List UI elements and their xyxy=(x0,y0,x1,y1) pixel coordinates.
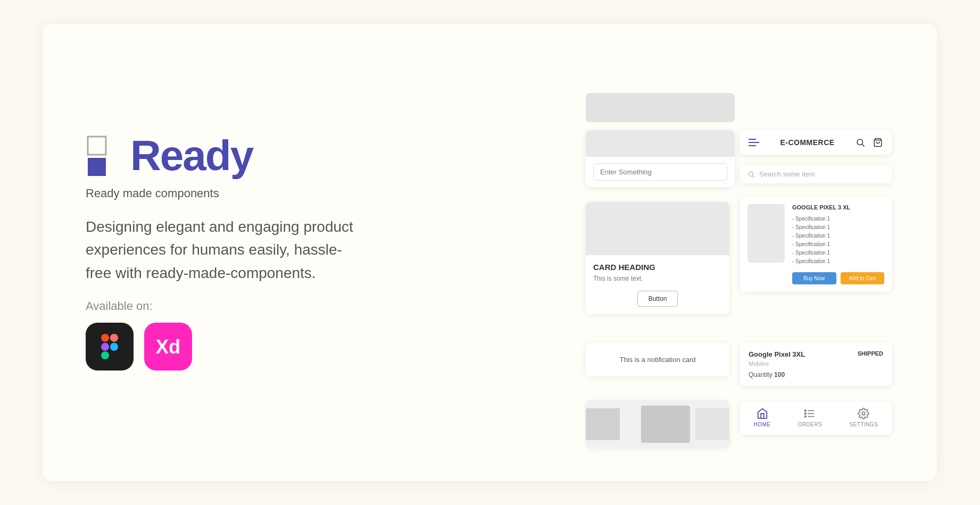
card-image xyxy=(586,202,729,255)
nav-item-settings[interactable]: SETTINGS xyxy=(849,408,878,427)
card-button[interactable]: Button xyxy=(637,291,678,307)
product-specs: - Specification 1 - Specification 1 - Sp… xyxy=(792,215,884,266)
order-product-name: Google Pixel 3XL xyxy=(749,350,805,358)
navbar-component xyxy=(586,130,735,187)
card-body: CARD HEADING This is some text. Button xyxy=(586,255,729,314)
order-status: SHIPPED xyxy=(858,350,883,357)
add-to-cart-button[interactable]: Add to Cart xyxy=(841,272,885,284)
search-small-icon xyxy=(748,171,755,178)
spec-2: - Specification 1 xyxy=(792,223,884,232)
logo-area: Ready xyxy=(86,134,405,177)
svg-rect-1 xyxy=(88,158,106,176)
navbar-top-bar xyxy=(586,130,735,157)
svg-point-16 xyxy=(805,410,807,411)
card-component: CARD HEADING This is some text. Button xyxy=(586,202,729,314)
card-text: This is some text. xyxy=(593,275,722,282)
order-header: Google Pixel 3XL SHIPPED xyxy=(749,350,883,358)
ecommerce-navbar: E-COMMERCE xyxy=(740,130,892,155)
image-thumb-1 xyxy=(586,408,620,440)
tagline: Ready made components xyxy=(86,187,405,200)
product-card: GOOGLE PIXEL 3 XL - Specification 1 - Sp… xyxy=(740,197,892,292)
svg-line-9 xyxy=(862,144,864,146)
image-placeholder xyxy=(586,400,729,448)
nav-item-orders[interactable]: ORDERS xyxy=(798,408,823,427)
nav-label-settings: SETTINGS xyxy=(849,422,878,427)
bottom-nav: HOME ORDERS xyxy=(740,401,892,435)
settings-icon xyxy=(858,408,869,419)
search-component: Search some item xyxy=(740,165,892,183)
right-section: CARD HEADING This is some text. Button T… xyxy=(586,93,894,412)
description: Designing elegant and engaging product e… xyxy=(86,215,362,284)
spec-3: - Specification 1 xyxy=(792,232,884,240)
svg-point-17 xyxy=(805,413,807,415)
svg-text:Xd: Xd xyxy=(155,336,180,357)
nav-label-orders: ORDERS xyxy=(798,422,823,427)
available-label: Available on: xyxy=(86,299,405,313)
svg-point-19 xyxy=(862,412,866,415)
svg-point-6 xyxy=(110,343,118,351)
order-card: Google Pixel 3XL SHIPPED Mobiles Quantit… xyxy=(740,343,892,386)
top-banner xyxy=(586,93,735,122)
spec-5: - Specification 1 xyxy=(792,249,884,257)
hamburger-icon[interactable] xyxy=(749,139,759,146)
nav-item-home[interactable]: HOME xyxy=(754,408,771,427)
left-section: Ready Ready made components Designing el… xyxy=(86,134,405,371)
ecommerce-icons xyxy=(856,138,883,147)
order-quantity: Quantity 100 xyxy=(749,371,883,378)
main-container: Ready Ready made components Designing el… xyxy=(43,24,937,481)
svg-point-18 xyxy=(805,416,807,417)
product-name: GOOGLE PIXEL 3 XL xyxy=(792,204,884,211)
ecommerce-title: E-COMMERCE xyxy=(780,138,834,147)
logo-text: Ready xyxy=(130,134,253,177)
spec-6: - Specification 1 xyxy=(792,257,884,266)
navbar-input-row xyxy=(586,157,735,187)
svg-rect-4 xyxy=(101,343,109,351)
hamburger-line-1 xyxy=(749,139,756,140)
navbar-input[interactable] xyxy=(593,163,727,181)
product-image xyxy=(748,204,785,263)
mockup-wrapper: CARD HEADING This is some text. Button T… xyxy=(586,93,894,412)
nav-label-home: HOME xyxy=(754,422,771,427)
figma-app-icon xyxy=(86,323,134,371)
product-info: GOOGLE PIXEL 3 XL - Specification 1 - Sp… xyxy=(792,204,884,284)
order-category: Mobiles xyxy=(749,360,883,367)
image-thumb-2 xyxy=(641,406,690,443)
svg-rect-0 xyxy=(88,137,106,155)
search-input-wrap: Search some item xyxy=(740,165,892,183)
spec-1: - Specification 1 xyxy=(792,215,884,223)
svg-rect-3 xyxy=(110,334,118,342)
notification-text: This is a notification card xyxy=(619,356,695,364)
buy-now-button[interactable]: Buy Now xyxy=(792,272,836,284)
app-icons: Xd xyxy=(86,323,405,371)
svg-rect-2 xyxy=(101,334,109,342)
available-section: Available on: Xd xyxy=(86,299,405,371)
notification-card: This is a notification card xyxy=(586,343,729,376)
svg-line-12 xyxy=(753,175,754,177)
home-icon xyxy=(757,408,768,419)
hamburger-line-2 xyxy=(749,142,759,143)
qty-label: Quantity xyxy=(749,371,773,378)
svg-point-8 xyxy=(857,139,863,145)
search-placeholder: Search some item xyxy=(759,170,884,178)
xd-app-icon: Xd xyxy=(144,323,192,371)
qty-value: 100 xyxy=(774,371,785,378)
spec-4: - Specification 1 xyxy=(792,240,884,249)
search-icon[interactable] xyxy=(856,138,865,147)
svg-rect-5 xyxy=(101,351,109,359)
logo-icon xyxy=(86,134,128,177)
card-heading: CARD HEADING xyxy=(593,263,722,272)
svg-point-11 xyxy=(749,172,753,176)
cart-icon[interactable] xyxy=(873,138,883,147)
product-buttons: Buy Now Add to Cart xyxy=(792,272,884,284)
orders-icon xyxy=(804,408,816,419)
hamburger-line-3 xyxy=(749,145,756,146)
image-thumb-3 xyxy=(695,408,729,440)
